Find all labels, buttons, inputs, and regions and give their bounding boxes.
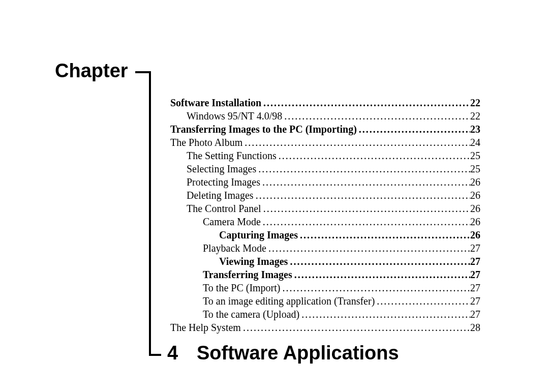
toc-entry-title: To the camera (Upload) bbox=[170, 308, 299, 321]
toc-entry-title: Playback Mode bbox=[170, 242, 266, 255]
toc-leader-dots bbox=[261, 97, 470, 109]
toc-row: Capturing Images26 bbox=[170, 229, 480, 242]
toc-row: Viewing Images27 bbox=[170, 255, 480, 268]
toc-entry-title: Windows 95/NT 4.0/98 bbox=[170, 110, 282, 123]
toc-entry-page: 22 bbox=[470, 97, 480, 109]
toc-leader-dots bbox=[298, 229, 470, 242]
table-of-contents: Software Installation22Windows 95/NT 4.0… bbox=[170, 97, 480, 335]
toc-row: Camera Mode26 bbox=[170, 216, 480, 228]
toc-entry-page: 24 bbox=[470, 136, 480, 149]
toc-row: The Setting Functions25 bbox=[170, 149, 480, 162]
toc-entry-page: 27 bbox=[470, 255, 480, 268]
toc-leader-dots bbox=[266, 242, 470, 255]
toc-entry-page: 25 bbox=[470, 149, 480, 162]
chapter-title: Software Applications bbox=[197, 342, 399, 364]
toc-entry-page: 27 bbox=[470, 242, 480, 255]
toc-row: The Control Panel26 bbox=[170, 202, 480, 215]
toc-leader-dots bbox=[260, 176, 470, 189]
toc-entry-page: 23 bbox=[470, 123, 480, 136]
toc-entry-page: 26 bbox=[470, 189, 480, 202]
toc-row: The Photo Album24 bbox=[170, 136, 480, 149]
page: Chapter Software Installation22Windows 9… bbox=[0, 0, 549, 392]
toc-entry-title: To the PC (Import) bbox=[170, 282, 280, 294]
toc-leader-dots bbox=[375, 295, 470, 308]
toc-entry-page: 27 bbox=[470, 282, 480, 294]
toc-entry-page: 27 bbox=[470, 295, 480, 308]
toc-entry-title: To an image editing application (Transfe… bbox=[170, 295, 375, 308]
toc-entry-page: 26 bbox=[470, 216, 480, 228]
toc-entry-page: 27 bbox=[470, 308, 480, 321]
toc-leader-dots bbox=[282, 110, 470, 123]
toc-row: Selecting Images25 bbox=[170, 163, 480, 175]
toc-entry-title: Selecting Images bbox=[170, 163, 256, 175]
toc-entry-page: 26 bbox=[470, 176, 480, 189]
toc-entry-page: 25 bbox=[470, 163, 480, 175]
toc-entry-title: The Photo Album bbox=[170, 136, 242, 149]
toc-entry-title: The Setting Functions bbox=[170, 149, 277, 162]
toc-row: To the camera (Upload)27 bbox=[170, 308, 480, 321]
toc-entry-title: Transferring Images bbox=[170, 268, 292, 281]
toc-entry-page: 22 bbox=[470, 110, 480, 123]
chapter-number: 4 bbox=[167, 342, 197, 364]
frame-rule-left bbox=[149, 71, 151, 354]
toc-row: Transferring Images to the PC (Importing… bbox=[170, 123, 480, 136]
toc-entry-page: 27 bbox=[470, 268, 480, 281]
toc-entry-title: Viewing Images bbox=[170, 255, 288, 268]
toc-leader-dots bbox=[357, 123, 470, 136]
toc-row: Protecting Images26 bbox=[170, 176, 480, 189]
toc-entry-page: 26 bbox=[470, 202, 480, 215]
toc-entry-title: Software Installation bbox=[170, 97, 261, 109]
toc-entry-title: The Help System bbox=[170, 321, 241, 334]
toc-leader-dots bbox=[254, 189, 470, 202]
toc-leader-dots bbox=[242, 136, 470, 149]
toc-row: Windows 95/NT 4.0/9822 bbox=[170, 110, 480, 123]
toc-entry-title: The Control Panel bbox=[170, 202, 261, 215]
toc-leader-dots bbox=[261, 216, 470, 228]
toc-leader-dots bbox=[261, 202, 470, 215]
toc-entry-title: Camera Mode bbox=[170, 216, 261, 228]
toc-row: Playback Mode27 bbox=[170, 242, 480, 255]
toc-leader-dots bbox=[241, 321, 470, 334]
frame-rule-top bbox=[135, 71, 150, 73]
frame-rule-bottom bbox=[149, 354, 161, 356]
toc-entry-page: 26 bbox=[470, 229, 480, 242]
toc-row: Deleting Images26 bbox=[170, 189, 480, 202]
chapter-heading: 4 Software Applications bbox=[167, 342, 399, 364]
toc-row: To the PC (Import)27 bbox=[170, 282, 480, 294]
toc-leader-dots bbox=[280, 282, 470, 294]
toc-entry-title: Deleting Images bbox=[170, 189, 254, 202]
toc-entry-title: Transferring Images to the PC (Importing… bbox=[170, 123, 357, 136]
toc-entry-page: 28 bbox=[470, 321, 480, 334]
toc-row: Transferring Images27 bbox=[170, 268, 480, 281]
toc-leader-dots bbox=[277, 149, 470, 162]
toc-row: Software Installation22 bbox=[170, 97, 480, 109]
chapter-label: Chapter bbox=[55, 60, 131, 82]
toc-leader-dots bbox=[299, 308, 470, 321]
toc-leader-dots bbox=[288, 255, 470, 268]
toc-row: The Help System28 bbox=[170, 321, 480, 334]
toc-entry-title: Protecting Images bbox=[170, 176, 260, 189]
toc-leader-dots bbox=[292, 268, 470, 281]
toc-row: To an image editing application (Transfe… bbox=[170, 295, 480, 308]
toc-leader-dots bbox=[256, 163, 470, 175]
toc-entry-title: Capturing Images bbox=[170, 229, 298, 242]
